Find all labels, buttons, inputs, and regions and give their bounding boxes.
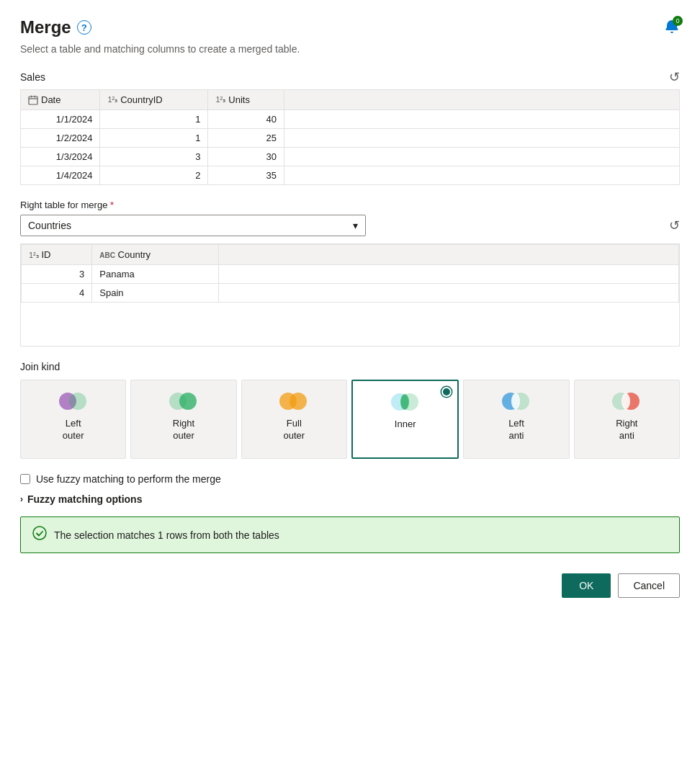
- svg-point-17: [622, 393, 630, 409]
- dropdown-value: Countries: [28, 220, 71, 231]
- fuzzy-section: Use fuzzy matching to perform the merge …: [20, 473, 680, 505]
- table-row[interactable]: 4 Spain: [22, 284, 679, 303]
- id-cell: 3: [22, 265, 92, 284]
- svg-point-6: [179, 393, 197, 410]
- join-icon-left-anti: [501, 390, 532, 412]
- table-row[interactable]: 1/1/2024 1 40: [21, 110, 680, 129]
- units-cell: 25: [208, 129, 284, 148]
- success-message: The selection matches 1 rows from both t…: [54, 529, 279, 541]
- units-cell: 30: [208, 148, 284, 166]
- footer-buttons: OK Cancel: [20, 573, 680, 598]
- fuzzy-options-row[interactable]: › Fuzzy matching options: [20, 493, 680, 505]
- countries-col-empty: [218, 245, 678, 265]
- cancel-button[interactable]: Cancel: [618, 573, 680, 598]
- success-check-icon: [32, 526, 47, 544]
- sales-label: Sales: [20, 71, 45, 83]
- notification-badge: 0: [673, 16, 683, 26]
- svg-point-4: [69, 393, 86, 410]
- join-option-right-anti[interactable]: Rightanti: [574, 380, 680, 459]
- join-icon-right-outer: [168, 390, 199, 412]
- empty-cell: [218, 265, 678, 284]
- sales-refresh-button[interactable]: ↺: [669, 69, 680, 85]
- fuzzy-checkbox[interactable]: [20, 474, 30, 484]
- country-col-label: Country: [118, 249, 151, 260]
- units-cell: 40: [208, 110, 284, 129]
- sales-table: Date 1²₃ CountryID 1²₃ Units 1/1/2024 1 …: [20, 89, 680, 185]
- empty-cell: [284, 110, 680, 129]
- countryid-cell: 3: [100, 148, 208, 166]
- sales-col-countryid[interactable]: 1²₃ CountryID: [100, 90, 208, 110]
- units-cell: 35: [208, 166, 284, 185]
- id-col-label: ID: [41, 249, 50, 260]
- date-cell: 1/4/2024: [21, 166, 100, 185]
- notification-icon-wrap[interactable]: 0: [664, 19, 680, 37]
- join-option-inner[interactable]: Inner: [351, 380, 459, 459]
- join-label-left-outer: Leftouter: [63, 418, 84, 442]
- table-row[interactable]: 1/2/2024 1 25: [21, 129, 680, 148]
- join-icon-inner: [390, 391, 421, 413]
- right-table-dropdown[interactable]: Countries ▾: [20, 215, 366, 236]
- date-cell: 1/3/2024: [21, 148, 100, 166]
- countryid-cell: 1: [100, 129, 208, 148]
- units-col-label: Units: [228, 94, 250, 105]
- empty-cell: [284, 129, 680, 148]
- countryid-cell: 1: [100, 110, 208, 129]
- countryid-cell: 2: [100, 166, 208, 185]
- dropdown-wrap: Countries ▾ ↺: [20, 215, 680, 236]
- svg-rect-0: [29, 97, 37, 104]
- sales-col-units[interactable]: 1²₃ Units: [208, 90, 284, 110]
- table-row[interactable]: 1/3/2024 3 30: [21, 148, 680, 166]
- title-row: Merge ?: [20, 17, 91, 37]
- join-label-full-outer: Fullouter: [284, 418, 305, 442]
- country-cell: Spain: [92, 284, 219, 303]
- country-cell: Panama: [92, 265, 219, 284]
- 123-icon-units: 1²₃: [215, 95, 225, 104]
- fuzzy-checkbox-label[interactable]: Use fuzzy matching to perform the merge: [36, 473, 221, 485]
- join-option-left-outer[interactable]: Leftouter: [20, 380, 126, 459]
- right-table-field-label: Right table for merge *: [20, 200, 680, 210]
- join-label-right-anti: Rightanti: [616, 418, 637, 442]
- svg-rect-1: [31, 95, 32, 97]
- calendar-icon: [28, 95, 38, 105]
- selected-indicator: [441, 387, 452, 397]
- join-option-right-outer[interactable]: Rightouter: [130, 380, 236, 459]
- countries-col-id[interactable]: 1²₃ ID: [22, 245, 92, 265]
- subtitle: Select a table and matching columns to c…: [20, 43, 680, 55]
- join-kind-options: Leftouter Rightouter Fullouter Inner Lef…: [20, 380, 680, 459]
- join-kind-section: Join kind Leftouter Rightouter Fullouter…: [20, 361, 680, 459]
- sales-col-date[interactable]: Date: [21, 90, 100, 110]
- join-option-left-anti[interactable]: Leftanti: [463, 380, 569, 459]
- svg-point-8: [290, 393, 307, 410]
- svg-point-18: [33, 527, 46, 540]
- countries-col-country[interactable]: ABC Country: [92, 245, 219, 265]
- join-icon-right-anti: [611, 390, 642, 412]
- right-table-refresh-button[interactable]: ↺: [669, 218, 680, 233]
- join-label-left-anti: Leftanti: [508, 418, 524, 442]
- date-col-label: Date: [41, 94, 60, 105]
- fuzzy-checkbox-row: Use fuzzy matching to perform the merge: [20, 473, 680, 485]
- id-cell: 4: [22, 284, 92, 303]
- join-label-inner: Inner: [395, 419, 416, 431]
- svg-point-14: [511, 393, 520, 409]
- page-title: Merge: [20, 17, 71, 37]
- chevron-right-icon: ›: [20, 494, 23, 504]
- 123-icon-countryid: 1²₃: [107, 95, 117, 104]
- help-icon[interactable]: ?: [77, 20, 91, 35]
- ok-button[interactable]: OK: [562, 573, 611, 598]
- date-cell: 1/1/2024: [21, 110, 100, 129]
- countries-table-spacer: [21, 303, 679, 346]
- join-kind-label: Join kind: [20, 361, 680, 372]
- table-row[interactable]: 3 Panama: [22, 265, 679, 284]
- svg-rect-2: [35, 95, 35, 97]
- join-label-right-outer: Rightouter: [173, 418, 194, 442]
- right-table-section: Right table for merge * Countries ▾ ↺ 1²…: [20, 200, 680, 346]
- empty-cell: [218, 284, 678, 303]
- required-star: *: [110, 200, 114, 210]
- table-row[interactable]: 1/4/2024 2 35: [21, 166, 680, 185]
- 123-icon-id: 1²₃: [29, 251, 39, 259]
- join-option-full-outer[interactable]: Fullouter: [241, 380, 347, 459]
- svg-point-11: [400, 394, 409, 410]
- countryid-col-label: CountryID: [120, 94, 163, 105]
- fuzzy-options-label: Fuzzy matching options: [27, 493, 142, 505]
- sales-col-empty: [284, 90, 680, 110]
